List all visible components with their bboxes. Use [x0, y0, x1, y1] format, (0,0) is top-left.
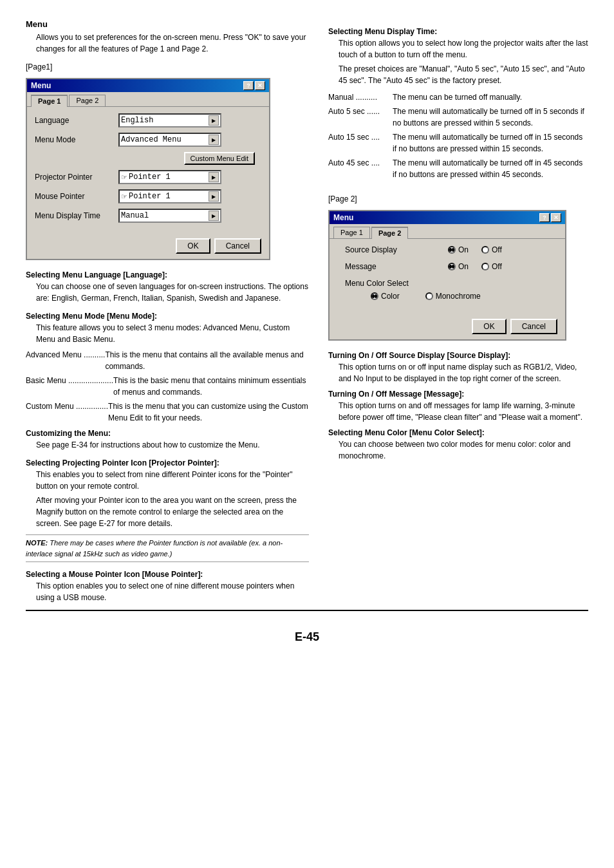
dialog1-projptr-select[interactable]: ☞ Pointer 1 ▶ [118, 170, 221, 184]
def-manual-desc: The menu can be turned off manually. [393, 91, 588, 103]
def-manual: Manual .......... The menu can be turned… [328, 91, 588, 103]
dialog2-cancel-button[interactable]: Cancel [510, 319, 557, 334]
dialog1-mouseptr-select[interactable]: ☞ Pointer 1 ▶ [118, 189, 221, 203]
dialog2-help-btn[interactable]: ? [539, 213, 550, 222]
def-auto5-desc: The menu will automatically be turned of… [393, 106, 588, 129]
def-auto5: Auto 5 sec ...... The menu will automati… [328, 106, 588, 129]
dialog1-ok-button[interactable]: OK [176, 238, 210, 254]
def-custom-term: Custom Menu ............... [26, 401, 108, 424]
def-advanced-desc: This is the menu that contains all the a… [105, 349, 309, 372]
dialog1-footer: OK Cancel [27, 234, 269, 259]
dialog1-mouseptr-label: Mouse Pointer [35, 192, 118, 201]
def-auto45-desc: The menu will automatically be turned of… [393, 157, 588, 180]
color-option[interactable]: Color [371, 292, 400, 301]
dialog1-menumode-row: Menu Mode Advanced Menu ▶ [35, 133, 261, 147]
pointer1-icon: ☞ [121, 173, 127, 182]
message-off-option[interactable]: Off [481, 262, 502, 271]
menu-heading: Menu [26, 19, 309, 29]
dialog2-message-row: Message On Off [337, 262, 557, 271]
def-basic-desc: This is the basic menu that contains min… [113, 375, 309, 398]
dialog2-close-btn[interactable]: ✕ [551, 213, 561, 222]
menucolor-heading: Selecting Menu Color [Menu Color Select]… [328, 428, 588, 437]
dialog1-mouseptr-row: Mouse Pointer ☞ Pointer 1 ▶ [35, 189, 261, 203]
dialog1-tab2[interactable]: Page 2 [69, 95, 106, 106]
displaytime-text: This option allows you to select how lon… [328, 37, 588, 86]
dialog2-sourcedisplay-row: Source Display On Off [337, 245, 557, 254]
dialog1-language-select[interactable]: English ▶ [118, 113, 221, 127]
monochrome-option[interactable]: Monochrome [425, 292, 481, 301]
page-number: E-45 [26, 630, 588, 650]
page1-label: [Page1] [26, 61, 309, 73]
customize-text: See page E-34 for instructions about how… [26, 439, 309, 451]
dialog2-body: Source Display On Off Message [330, 238, 565, 315]
dialog2-tabs: Page 1 Page 2 [330, 224, 565, 238]
dialog2-tab1[interactable]: Page 1 [333, 227, 370, 238]
time-defs: Manual .......... The menu can be turned… [328, 91, 588, 180]
displaytime-heading: Selecting Menu Display Time: [328, 27, 588, 36]
message-text: This option turns on and off messages fo… [328, 400, 588, 423]
dialog2-ok-button[interactable]: OK [472, 319, 506, 334]
mouseptr-text: This option enables you to select one of… [26, 580, 309, 603]
def-auto45: Auto 45 sec .... The menu will automatic… [328, 157, 588, 180]
note-pointer: NOTE: There may be cases where the Point… [26, 534, 309, 562]
dialog1-close-btn[interactable]: ✕ [255, 81, 265, 90]
dialog2-color-row: Menu Color Select Color Monochrome [337, 279, 557, 301]
page2-label: [Page 2] [328, 193, 588, 205]
def-custom-menu: Custom Menu ............... This is the … [26, 401, 309, 424]
dialog1-menumode-select[interactable]: Advanced Menu ▶ [118, 133, 221, 147]
source-display-on-radio[interactable] [448, 246, 456, 254]
def-advanced-menu: Advanced Menu .......... This is the men… [26, 349, 309, 372]
dialog1-mouseptr-arrow[interactable]: ▶ [209, 191, 219, 202]
dialog2-color-options: Color Monochrome [345, 292, 550, 301]
dialog2-footer: OK Cancel [330, 315, 565, 339]
dialog1-custombtn-row: Custom Menu Edit [35, 152, 261, 165]
dialog1-titlebar: Menu ? ✕ [27, 79, 269, 92]
dialog1-projptr-value: Pointer 1 [129, 173, 209, 182]
dialog2-title: Menu [333, 213, 353, 222]
dialog1-displaytime-row: Menu Display Time Manual ▶ [35, 209, 261, 223]
dialog1-language-arrow[interactable]: ▶ [209, 115, 219, 126]
lang-heading: Selecting Menu Language [Language]: [26, 270, 309, 279]
custom-menu-edit-button[interactable]: Custom Menu Edit [184, 152, 255, 165]
dialog1-title: Menu [31, 81, 51, 90]
dialog1-menumode-label: Menu Mode [35, 135, 118, 144]
source-display-on-option[interactable]: On [448, 245, 469, 254]
source-display-off-option[interactable]: Off [481, 245, 502, 254]
dialog2-tab2[interactable]: Page 2 [371, 227, 408, 239]
source-display-off-radio[interactable] [481, 246, 489, 254]
dialog1-language-value: English [121, 116, 209, 125]
dialog1-body: Language English ▶ Menu Mode Advanced Me… [27, 106, 269, 234]
projptr-text: This enables you to select from nine dif… [26, 469, 309, 529]
def-basic-menu: Basic Menu ..................... This is… [26, 375, 309, 398]
def-auto15-desc: The menu will automatically be turned of… [393, 131, 588, 155]
dialog1-tab1[interactable]: Page 1 [31, 95, 68, 107]
message-on-radio[interactable] [448, 263, 456, 270]
customize-heading: Customizing the Menu: [26, 429, 309, 438]
monochrome-radio[interactable] [425, 292, 433, 300]
projptr-heading: Selecting Projecting Pointer Icon [Proje… [26, 458, 309, 467]
dialog1-title-buttons: ? ✕ [243, 81, 265, 90]
message-off-radio[interactable] [481, 263, 489, 270]
dialog2-sourcedisplay-radios: On Off [448, 245, 502, 254]
dialog1-displaytime-arrow[interactable]: ▶ [209, 211, 219, 221]
dialog1-menumode-arrow[interactable]: ▶ [209, 135, 219, 145]
dialog2-sourcedisplay-label: Source Display [345, 245, 448, 254]
dialog1-language-row: Language English ▶ [35, 113, 261, 127]
message-on-option[interactable]: On [448, 262, 469, 271]
dialog1-language-label: Language [35, 116, 118, 125]
color-radio[interactable] [371, 292, 378, 300]
dialog2-message-radios: On Off [448, 262, 502, 271]
mouseptr-heading: Selecting a Mouse Pointer Icon [Mouse Po… [26, 570, 309, 579]
bottom-divider [26, 610, 588, 611]
menumode-defs: Advanced Menu .......... This is the men… [26, 349, 309, 424]
dialog1-projptr-row: Projector Pointer ☞ Pointer 1 ▶ [35, 170, 261, 184]
dialog1-displaytime-label: Menu Display Time [35, 211, 118, 220]
menu-desc: Allows you to set preferences for the on… [36, 32, 309, 55]
pointer2-icon: ☞ [121, 193, 127, 201]
dialog1-cancel-button[interactable]: Cancel [214, 238, 261, 254]
dialog1-displaytime-select[interactable]: Manual ▶ [118, 209, 221, 223]
dialog2-titlebar: Menu ? ✕ [330, 211, 565, 224]
dialog1-help-btn[interactable]: ? [243, 81, 254, 90]
dialog1-projptr-arrow[interactable]: ▶ [209, 172, 219, 182]
message-heading: Turning On / Off Message [Message]: [328, 390, 588, 399]
